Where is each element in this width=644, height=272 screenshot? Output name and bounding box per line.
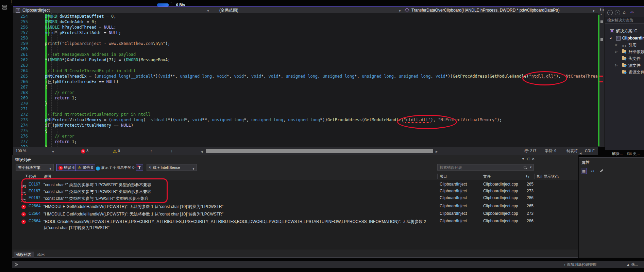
warning-count-indicator[interactable]: ⚠ 0: [113, 148, 120, 154]
column-header-project[interactable]: 项目: [440, 174, 447, 179]
code-line[interactable]: // error: [13, 133, 598, 139]
tree-item-folder-filter[interactable]: ▷外部依赖项: [605, 49, 644, 55]
scroll-right-icon[interactable]: ▶: [436, 149, 438, 154]
tree-item-cpp-project[interactable]: ◢++ClipboardInject: [605, 35, 644, 41]
error-count-indicator[interactable]: ✕ 3: [81, 148, 88, 154]
funnel-icon: [137, 165, 142, 170]
prev-issue-icon[interactable]: ↑: [150, 148, 152, 154]
scroll-left-icon[interactable]: ◀: [201, 149, 203, 154]
tree-item-label: 解决方案 'C: [616, 28, 637, 34]
project-dropdown[interactable]: ClipboardInject: [22, 7, 50, 13]
fold-marker-icon[interactable]: −: [48, 80, 52, 84]
collapse-icon[interactable]: ◢: [609, 35, 611, 41]
code-line[interactable]: // find NtCreateThreadEx ptr in ntdll: [13, 68, 598, 74]
code-line[interactable]: printf("ClipboardInject - www.x86matthew…: [13, 41, 598, 46]
chevron-down-icon[interactable]: ▼: [52, 149, 54, 155]
search-icon[interactable]: [523, 165, 527, 170]
tab-error-list[interactable]: 错误列表: [14, 252, 34, 258]
code-line[interactable]: {: [13, 84, 598, 90]
folder-filter-icon: [622, 70, 626, 74]
close-icon[interactable]: ✕: [532, 157, 535, 161]
code-line[interactable]: *(DWORD*)&bGlobal_Payload[71] = (DWORD)M…: [13, 57, 598, 63]
source-filter-dropdown[interactable]: 生成 + IntelliSense▼: [147, 164, 197, 171]
code-line[interactable]: }: [13, 144, 598, 147]
tree-item-folder-filter[interactable]: 头文件: [605, 55, 644, 62]
wrench-icon[interactable]: [599, 168, 605, 174]
code-line[interactable]: if (pNtProtectVirtualMemory == NULL): [13, 123, 598, 128]
fold-marker-icon[interactable]: −: [48, 124, 52, 127]
split-editor-icon[interactable]: ⇞⇟: [599, 7, 604, 13]
tree-item-label: 引用: [628, 42, 637, 48]
tree-item-folder-filter[interactable]: ▷源文件: [605, 62, 644, 68]
filter-button[interactable]: [136, 164, 143, 171]
code-line[interactable]: [13, 46, 598, 52]
column-header-suppress[interactable]: 禁止显示状态: [536, 174, 559, 179]
code-line[interactable]: if (pNtCreateThreadEx == NULL): [13, 79, 598, 84]
errors-toggle-button[interactable]: ✕ 错误 6: [56, 164, 77, 171]
chevron-down-icon[interactable]: ▼: [529, 166, 532, 169]
visual-studio-icon[interactable]: ∞: [630, 10, 633, 15]
tab-output[interactable]: 输出: [35, 252, 48, 258]
messages-toggle-button[interactable]: i 展示 7 个消息中的 0 个: [96, 164, 139, 171]
expand-icon[interactable]: ▷: [615, 42, 617, 48]
error-project: ClipboardInject: [440, 189, 467, 193]
categorize-icon[interactable]: ▦: [581, 168, 587, 174]
back-icon[interactable]: ‹: [607, 10, 613, 15]
scope-dropdown[interactable]: (全局范围): [219, 7, 238, 13]
tree-item-folder-filter[interactable]: 资源文件: [605, 69, 644, 75]
code-line[interactable]: [13, 106, 598, 112]
code-line[interactable]: // find NtProtectVirtualMemory ptr in nt…: [13, 112, 598, 117]
zoom-level-dropdown[interactable]: 100 %: [16, 148, 26, 154]
code-line[interactable]: // set MessageBoxA address in payload: [13, 52, 598, 57]
scope-filter-dropdown[interactable]: 整个解决方案▼: [16, 164, 54, 171]
tree-item-solution[interactable]: 解决方案 'C: [605, 28, 644, 34]
sort-alpha-icon[interactable]: z↓: [590, 168, 596, 174]
code-line[interactable]: return 1;: [13, 95, 598, 101]
code-line[interactable]: pNtProtectVirtualMemory = (unsigned long…: [13, 117, 598, 123]
window-position-icon[interactable]: ▾: [522, 157, 524, 161]
horizontal-scrollbar-thumb[interactable]: [206, 149, 433, 153]
icon-column-header[interactable]: [25, 174, 28, 178]
maximize-icon[interactable]: ▢: [527, 157, 530, 161]
code-line[interactable]: DWORD dwCodeAddr = 0;: [13, 19, 598, 25]
solution-search-box[interactable]: 搜索解决方案资: [605, 17, 644, 23]
code-line[interactable]: DWORD dwBitmapDataOffset = 0;: [13, 14, 598, 19]
error-project: ClipboardInject: [440, 211, 467, 216]
tools-icon[interactable]: [14, 263, 18, 266]
code-line[interactable]: void* pProtectStartAddr = NULL;: [13, 30, 598, 35]
code-editor[interactable]: 2542552562572582592602612622632642652662…: [13, 13, 598, 147]
code-line[interactable]: // error: [13, 90, 598, 95]
home-icon[interactable]: ⌂: [623, 10, 626, 15]
status-tabs-mode[interactable]: 制表符: [566, 148, 578, 154]
status-column: 字符: 9: [545, 148, 556, 154]
column-header-file[interactable]: 文件: [483, 174, 491, 179]
dock-stack-icon[interactable]: [2, 5, 7, 10]
tree-item-references[interactable]: ▷o-o引用: [605, 42, 644, 48]
next-issue-icon[interactable]: ↓: [171, 148, 173, 154]
code-line[interactable]: HANDLE hPayloadThread = NULL;: [13, 25, 598, 30]
forward-icon[interactable]: ›: [615, 10, 620, 15]
error-search-box[interactable]: 搜索错误列表 ▼: [437, 164, 534, 171]
scroll-up-icon[interactable]: ▲: [600, 13, 603, 16]
code-line[interactable]: pNtCreateThreadEx = (unsigned long(__std…: [13, 74, 598, 79]
scroll-left-icon[interactable]: ◀: [579, 152, 581, 155]
tab-git-changes[interactable]: Git 更...: [627, 151, 640, 156]
scrollbar-thumb[interactable]: [600, 20, 603, 23]
properties-title: 属性: [581, 160, 590, 165]
error-list-toolbar: 整个解决方案▼ ✕ 错误 6 ⚠ 警告 0 i 展示 7 个消息中的 0 个 生…: [12, 163, 578, 172]
warnings-toggle-button[interactable]: ⚠ 警告 0: [75, 164, 95, 171]
add-to-source-control[interactable]: ↑ 添加到源代码管理: [564, 262, 597, 267]
editor-vertical-scrollbar[interactable]: ▲: [598, 13, 605, 147]
fold-guide: [50, 142, 50, 147]
code-line[interactable]: [13, 63, 598, 68]
tab-solution-explorer[interactable]: 解决...: [612, 151, 623, 156]
repo-picker[interactable]: ▲ 选...: [626, 262, 638, 267]
code-line[interactable]: return 1;: [13, 139, 598, 144]
code-line[interactable]: [13, 35, 598, 41]
expand-icon[interactable]: ▷: [615, 62, 617, 68]
column-header-line[interactable]: 行: [526, 174, 530, 179]
code-line[interactable]: {: [13, 128, 598, 133]
member-dropdown[interactable]: TransferDataOverClipboard(HANDLE hProces…: [411, 7, 560, 13]
code-line[interactable]: }: [13, 101, 598, 106]
expand-icon[interactable]: ▷: [615, 49, 617, 55]
